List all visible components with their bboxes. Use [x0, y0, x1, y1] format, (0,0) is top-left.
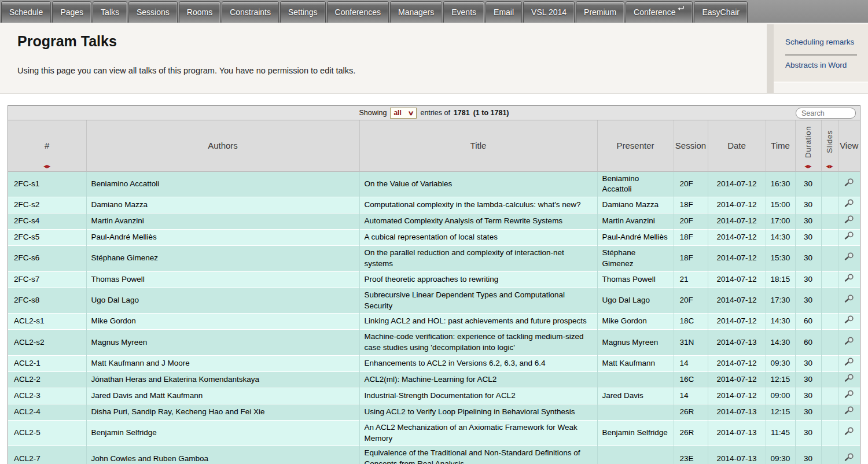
- talk-title-cell: Automated Complexity Analysis of Term Re…: [359, 213, 597, 230]
- talk-id-cell: ACL2-2: [8, 371, 86, 388]
- nav-tab-conference[interactable]: Conference: [626, 1, 693, 23]
- talk-duration-cell: 30: [795, 245, 821, 271]
- table-control-bar: Showing all ∨ entries of 1781 (1 to 1781…: [8, 106, 860, 120]
- table-header-row: # ◀▶ Authors Title Presenter Session Dat…: [8, 120, 860, 171]
- table-row: 2FC-s1 Beniamino Accattoli On the Value …: [8, 171, 860, 197]
- view-talk-button[interactable]: [844, 199, 854, 208]
- talk-authors-cell: Mike Gordon: [86, 314, 359, 330]
- top-navbar: Schedule Pages Talks Sessions Rooms Cons…: [0, 0, 868, 23]
- view-talk-button[interactable]: [844, 427, 854, 436]
- column-header-time[interactable]: Time: [766, 120, 795, 171]
- view-talk-button[interactable]: [844, 231, 854, 240]
- talk-session-cell: 26R: [674, 420, 708, 446]
- talk-id-cell: ACL2-s2: [8, 330, 86, 356]
- sort-arrows-icon[interactable]: ◀▶: [43, 164, 50, 169]
- column-header-view[interactable]: View: [838, 120, 860, 171]
- view-talk-button[interactable]: [844, 374, 854, 382]
- talk-slides-cell: [821, 171, 838, 197]
- nav-tab-managers[interactable]: Managers: [390, 1, 442, 23]
- column-header-session[interactable]: Session: [674, 120, 708, 171]
- nav-tab-premium[interactable]: Premium: [576, 1, 624, 23]
- column-header-duration[interactable]: Duration ◀▶: [795, 120, 821, 171]
- column-header-slides[interactable]: Slides ◀▶: [821, 120, 838, 171]
- talk-session-cell: 31N: [674, 330, 708, 356]
- view-talk-button[interactable]: [844, 215, 854, 224]
- talk-time-cell: 09:30: [766, 356, 795, 372]
- view-talk-button[interactable]: [844, 337, 854, 345]
- scheduling-remarks-link[interactable]: Scheduling remarks: [785, 38, 854, 46]
- talk-session-cell: 26R: [674, 404, 708, 420]
- nav-tab-label: VSL 2014: [531, 8, 567, 17]
- table-row: ACL2-s2 Magnus Myreen Machine-code verif…: [8, 330, 860, 356]
- talk-authors-cell: Stéphane Gimenez: [86, 245, 359, 271]
- talk-date-cell: 2014-07-12: [708, 197, 766, 213]
- talk-session-cell: 16C: [674, 371, 708, 388]
- sidebar-divider: [785, 54, 857, 56]
- talk-date-cell: 2014-07-13: [708, 404, 766, 420]
- talk-duration-cell: 30: [795, 230, 821, 246]
- talk-date-cell: 2014-07-12: [708, 230, 766, 246]
- talk-presenter-cell: Thomas Powell: [597, 271, 674, 288]
- nav-tab-settings[interactable]: Settings: [280, 1, 326, 23]
- table-row: ACL2-7 John Cowles and Ruben Gamboa Equi…: [8, 446, 860, 464]
- nav-tab-pages[interactable]: Pages: [52, 1, 91, 23]
- search-input[interactable]: [796, 108, 856, 119]
- view-talk-button[interactable]: [844, 274, 854, 282]
- talk-authors-cell: Jónathan Heras and Ekaterina Komendantsk…: [86, 371, 359, 388]
- nav-tab-email[interactable]: Email: [486, 1, 522, 23]
- view-talk-button[interactable]: [844, 178, 854, 187]
- talk-duration-cell: 30: [795, 271, 821, 288]
- talk-time-cell: 15:00: [766, 197, 795, 213]
- nav-tab-sessions[interactable]: Sessions: [128, 1, 178, 23]
- talk-presenter-cell: Damiano Mazza: [597, 197, 674, 213]
- sort-arrows-icon[interactable]: ◀▶: [826, 164, 833, 169]
- talk-title-cell: An ACL2 Mechanization of an Axiomatic Fr…: [359, 420, 597, 446]
- talk-slides-cell: [821, 420, 838, 446]
- view-talk-button[interactable]: [844, 358, 854, 366]
- column-header-num[interactable]: # ◀▶: [8, 120, 86, 171]
- nav-tab-constraints[interactable]: Constraints: [222, 1, 279, 23]
- nav-tab-events[interactable]: Events: [443, 1, 484, 23]
- magnifier-icon: [844, 231, 854, 240]
- table-row: 2FC-s5 Paul-André Melliès A cubical repr…: [8, 230, 860, 246]
- nav-tab-vsl-2014[interactable]: VSL 2014: [523, 1, 575, 23]
- magnifier-icon: [844, 178, 854, 187]
- column-header-presenter[interactable]: Presenter: [597, 120, 674, 171]
- talk-time-cell: 18:15: [766, 271, 795, 288]
- view-talk-button[interactable]: [844, 252, 854, 261]
- entries-total: 1781: [454, 109, 470, 117]
- talk-session-cell: 21: [674, 271, 708, 288]
- nav-tab-talks[interactable]: Talks: [93, 1, 127, 23]
- column-header-date[interactable]: Date: [708, 120, 766, 171]
- view-talk-button[interactable]: [844, 294, 854, 303]
- sort-arrows-icon[interactable]: ◀▶: [804, 164, 811, 169]
- column-header-title[interactable]: Title: [359, 120, 597, 171]
- talk-time-cell: 09:00: [766, 388, 795, 404]
- talk-authors-cell: Benjamin Selfridge: [86, 420, 359, 446]
- view-talk-button[interactable]: [844, 315, 854, 324]
- talk-date-cell: 2014-07-12: [708, 288, 766, 314]
- showing-entries-control: Showing all ∨ entries of 1781 (1 to 1781…: [359, 108, 509, 119]
- column-label: Authors: [208, 141, 238, 150]
- talk-presenter-cell: Jared Davis: [597, 388, 674, 404]
- table-row: 2FC-s6 Stéphane Gimenez On the parallel …: [8, 245, 860, 271]
- talk-time-cell: 12:15: [766, 371, 795, 388]
- view-talk-button[interactable]: [844, 453, 854, 462]
- abstracts-in-word-link[interactable]: Abstracts in Word: [785, 61, 847, 69]
- page-title: Program Talks: [17, 33, 117, 50]
- talk-slides-cell: [821, 245, 838, 271]
- magnifier-icon: [844, 406, 854, 415]
- entries-count-select[interactable]: all ∨: [390, 108, 417, 119]
- nav-tab-schedule[interactable]: Schedule: [1, 1, 51, 23]
- view-talk-button[interactable]: [844, 406, 854, 415]
- column-label: Time: [771, 141, 790, 150]
- talk-id-cell: ACL2-3: [8, 388, 86, 404]
- nav-tab-conferences[interactable]: Conferences: [327, 1, 389, 23]
- nav-tab-rooms[interactable]: Rooms: [179, 1, 220, 23]
- nav-tab-easychair[interactable]: EasyChair: [694, 1, 748, 23]
- column-header-authors[interactable]: Authors: [86, 120, 359, 171]
- magnifier-icon: [844, 453, 854, 462]
- view-talk-button[interactable]: [844, 390, 854, 399]
- magnifier-icon: [844, 337, 854, 345]
- talks-table: # ◀▶ Authors Title Presenter Session Dat…: [8, 120, 860, 464]
